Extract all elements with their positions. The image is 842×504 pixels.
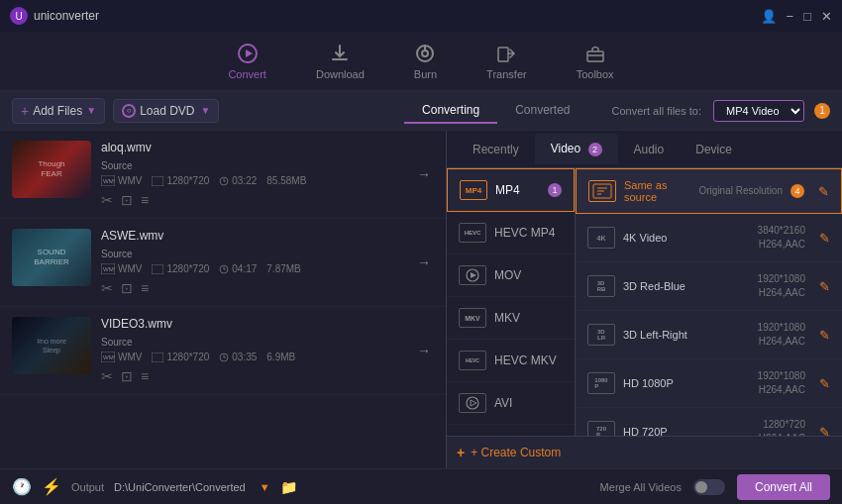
tab-device[interactable]: Device bbox=[680, 135, 748, 164]
file-thumbnail: ThoughFEAR bbox=[12, 141, 91, 198]
tab-audio[interactable]: Audio bbox=[618, 135, 681, 164]
file-info: aloq.wmv Source WMV WMV 1280*720 03:22 bbox=[101, 141, 404, 208]
resolution-item-same-source[interactable]: Same as source Original Resolution 4 ✎ bbox=[576, 168, 842, 214]
convert-all-button[interactable]: Convert All bbox=[737, 474, 830, 500]
edit-3d-rb-icon[interactable]: ✎ bbox=[819, 279, 830, 294]
tab-converting[interactable]: Converting bbox=[404, 98, 497, 124]
tab-converted[interactable]: Converted bbox=[497, 98, 587, 124]
user-icon[interactable]: 👤 bbox=[761, 9, 777, 24]
edit-4k-icon[interactable]: ✎ bbox=[819, 231, 830, 246]
same-source-label: Same as source bbox=[624, 179, 691, 203]
tab-video-label: Video bbox=[551, 142, 580, 155]
folder-icon[interactable]: 📁 bbox=[280, 479, 297, 495]
format-item-hevc-mp4[interactable]: HEVC HEVC MP4 bbox=[447, 212, 575, 254]
svg-text:WMV: WMV bbox=[103, 354, 115, 360]
cut-icon[interactable]: ✂ bbox=[101, 280, 113, 296]
3d-red-blue-label: 3D Red-Blue bbox=[623, 280, 750, 292]
clock-icon[interactable]: 🕐 bbox=[12, 477, 32, 496]
format-item-avi[interactable]: AVI bbox=[447, 382, 575, 425]
nav-toolbox[interactable]: Toolbox bbox=[577, 43, 614, 80]
title-bar-controls: 👤 − □ ✕ bbox=[761, 9, 832, 24]
burn-icon bbox=[414, 43, 436, 64]
format-item-wmv[interactable]: WMV WMV bbox=[447, 425, 575, 436]
file-meta: WMV WMV 1280*720 03:35 6.9MB bbox=[101, 352, 404, 362]
mkv-label: MKV bbox=[494, 311, 520, 325]
close-icon[interactable]: ✕ bbox=[821, 9, 832, 24]
maximize-icon[interactable]: □ bbox=[803, 9, 811, 24]
toolbar: + Add Files ▼ ○ Load DVD ▼ Converting Co… bbox=[0, 91, 842, 131]
resolution-item-hd-720p[interactable]: 720P HD 720P 1280*720H264,AAC ✎ bbox=[576, 408, 842, 436]
main-content: ThoughFEAR aloq.wmv Source WMV WMV 1280*… bbox=[0, 131, 842, 468]
toolbox-icon bbox=[584, 43, 606, 64]
thumb-text: ThoughFEAR bbox=[38, 159, 64, 180]
4k-label: 4K Video bbox=[623, 232, 750, 244]
format-item-mkv[interactable]: MKV MKV bbox=[447, 297, 575, 340]
nav-convert[interactable]: Convert bbox=[228, 43, 266, 80]
hd-720p-icon: 720P bbox=[587, 421, 615, 436]
3d-red-blue-icon: 3DRB bbox=[587, 275, 615, 297]
settings-icon[interactable]: ≡ bbox=[141, 192, 149, 208]
convert-all-files-label: Convert all files to: bbox=[612, 105, 701, 117]
file-item: ThoughFEAR aloq.wmv Source WMV WMV 1280*… bbox=[0, 131, 446, 219]
edit-720p-icon[interactable]: ✎ bbox=[819, 425, 830, 437]
nav-burn[interactable]: Burn bbox=[414, 43, 437, 80]
hevc-mkv-icon: HEVC bbox=[459, 351, 486, 370]
create-custom-button[interactable]: + + Create Custom bbox=[447, 436, 842, 468]
settings-icon[interactable]: ≡ bbox=[141, 280, 149, 296]
create-custom-label: + Create Custom bbox=[471, 446, 561, 459]
edit-1080p-icon[interactable]: ✎ bbox=[819, 376, 830, 391]
output-label: Output bbox=[71, 481, 104, 493]
svg-rect-10 bbox=[152, 176, 163, 186]
merge-toggle[interactable] bbox=[693, 479, 725, 495]
load-dvd-label: Load DVD bbox=[140, 104, 194, 118]
nav-bar: Convert Download Burn Transfer bbox=[0, 32, 842, 91]
nav-transfer[interactable]: Transfer bbox=[486, 43, 527, 80]
format-right-list: Same as source Original Resolution 4 ✎ 4… bbox=[576, 168, 842, 436]
crop-icon[interactable]: ⊡ bbox=[121, 280, 133, 296]
lightning-icon[interactable]: ⚡ bbox=[42, 477, 61, 496]
load-dvd-arrow: ▼ bbox=[201, 105, 211, 116]
output-dropdown-icon[interactable]: ▼ bbox=[260, 481, 270, 493]
convert-format-select[interactable]: MP4 Video bbox=[713, 100, 804, 122]
resolution-item-4k[interactable]: 4K 4K Video 3840*2160H264,AAC ✎ bbox=[576, 214, 842, 262]
tab-recently[interactable]: Recently bbox=[457, 135, 535, 164]
svg-marker-29 bbox=[471, 400, 476, 406]
load-dvd-button[interactable]: ○ Load DVD ▼ bbox=[113, 99, 219, 123]
format-item-mov[interactable]: MOV bbox=[447, 254, 575, 297]
edit-3d-lr-icon[interactable]: ✎ bbox=[819, 328, 830, 343]
add-files-label: Add Files bbox=[33, 104, 82, 118]
hevc-mkv-label: HEVC MKV bbox=[494, 353, 557, 367]
file-format: WMV WMV bbox=[101, 175, 142, 186]
format-item-mp4[interactable]: MP4 MP4 1 bbox=[447, 168, 575, 212]
crop-icon[interactable]: ⊡ bbox=[121, 368, 133, 384]
file-duration: 04:17 bbox=[219, 263, 257, 274]
add-files-button[interactable]: + Add Files ▼ bbox=[12, 98, 105, 124]
tab-converting-label: Converting bbox=[422, 103, 479, 117]
transfer-icon bbox=[495, 43, 517, 64]
convert-arrow: → bbox=[414, 141, 434, 208]
hd-1080p-icon: 1080P bbox=[587, 372, 615, 394]
settings-icon[interactable]: ≡ bbox=[141, 368, 149, 384]
svg-marker-27 bbox=[471, 272, 476, 278]
same-source-icon bbox=[588, 180, 616, 202]
cut-icon[interactable]: ✂ bbox=[101, 192, 113, 208]
avi-label: AVI bbox=[494, 396, 512, 410]
dvd-icon: ○ bbox=[122, 104, 136, 118]
app-logo: U bbox=[10, 7, 28, 25]
nav-transfer-label: Transfer bbox=[486, 68, 527, 80]
tab-video[interactable]: Video 2 bbox=[535, 134, 618, 164]
edit-icon[interactable]: ✎ bbox=[818, 184, 829, 199]
format-item-hevc-mkv[interactable]: HEVC HEVC MKV bbox=[447, 340, 575, 382]
source-label: Source bbox=[101, 160, 404, 171]
4k-detail: 3840*2160H264,AAC bbox=[758, 224, 805, 252]
resolution-item-3d-left-right[interactable]: 3DLR 3D Left-Right 1920*1080H264,AAC ✎ bbox=[576, 311, 842, 359]
crop-icon[interactable]: ⊡ bbox=[121, 192, 133, 208]
plus-custom-icon: + bbox=[457, 445, 465, 460]
resolution-badge-4: 4 bbox=[790, 184, 804, 198]
nav-download[interactable]: Download bbox=[316, 43, 365, 80]
resolution-item-hd-1080p[interactable]: 1080P HD 1080P 1920*1080H264,AAC ✎ bbox=[576, 359, 842, 408]
cut-icon[interactable]: ✂ bbox=[101, 368, 113, 384]
file-size: 85.58MB bbox=[266, 175, 306, 186]
minimize-icon[interactable]: − bbox=[787, 9, 794, 24]
resolution-item-3d-red-blue[interactable]: 3DRB 3D Red-Blue 1920*1080H264,AAC ✎ bbox=[576, 262, 842, 311]
